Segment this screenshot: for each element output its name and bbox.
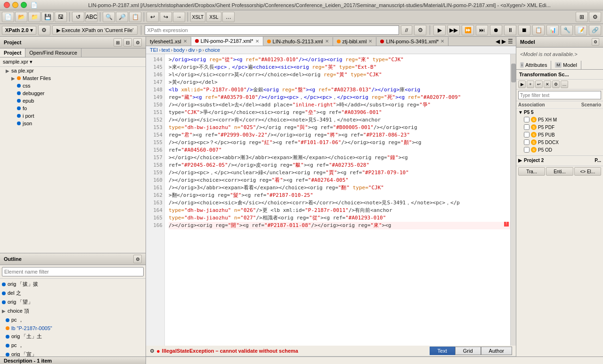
bc-div[interactable]: div xyxy=(188,47,195,53)
model-settings-btn[interactable]: ⚙ xyxy=(592,38,599,46)
vertical-scrollbar[interactable] xyxy=(510,54,516,346)
tab-lin-pomo-p2187[interactable]: LIN-pomo-P-2187.xml* ✕ xyxy=(191,37,263,46)
more-button[interactable]: … xyxy=(222,12,235,22)
transform-settings-btn[interactable]: ⚙ xyxy=(552,81,560,88)
project-collapse-btn[interactable]: ⊟ xyxy=(123,38,132,47)
run-button[interactable]: ▶ xyxy=(433,25,446,35)
assoc-item-p5-docx[interactable]: S P5 DOCX xyxy=(516,138,603,146)
expand-icon[interactable]: ▼ xyxy=(518,110,524,115)
outline-item-choice-ding[interactable]: ▶ choice 頂 xyxy=(0,307,146,315)
outline-item-orig-ba[interactable]: orig 「拔」拔 xyxy=(0,280,146,289)
view-tab-text[interactable]: Text xyxy=(430,347,455,355)
xpath-execute-button[interactable]: ▶ Execute XPath on 'Current File' xyxy=(52,25,138,35)
undo-button[interactable]: ↩ xyxy=(147,12,159,22)
tree-item-sa-ple[interactable]: ▶ sa ple.xpr xyxy=(4,67,146,74)
checkbox-p5-pdf[interactable] xyxy=(524,124,530,130)
run10-button[interactable]: 🔧 xyxy=(561,25,573,35)
tree-item-debugger[interactable]: debugger xyxy=(9,89,146,97)
tree-item-fo[interactable]: fo xyxy=(9,105,146,112)
transform-play-btn[interactable]: ▶ xyxy=(518,81,526,88)
sample-xpr-label[interactable]: sample.xpr ▾ xyxy=(3,59,33,65)
tab-attributes[interactable]: i Attributes xyxy=(516,61,551,69)
tab-menu-btn[interactable]: ☰ xyxy=(507,37,514,46)
assoc-item-p5-pdf[interactable]: S P5 PDF xyxy=(516,123,603,131)
tree-item-epub[interactable]: epub xyxy=(9,97,146,105)
xpath-settings-button[interactable]: ⚙ xyxy=(414,25,426,35)
save-button[interactable]: 💾 xyxy=(41,12,54,22)
window-controls[interactable] xyxy=(4,2,27,8)
xpath-version-selector[interactable]: XPath 2.0 ▾ xyxy=(2,26,36,35)
tab-close-ztj[interactable]: ✕ xyxy=(368,39,372,44)
maximize-button[interactable] xyxy=(21,2,27,8)
tra-tab[interactable]: Tra... xyxy=(518,167,545,176)
tab-project[interactable]: Project xyxy=(0,49,25,57)
checkbox-p5-docx[interactable] xyxy=(524,139,530,145)
forward-button[interactable]: → xyxy=(173,12,185,22)
project-settings-btn[interactable]: ⚙ xyxy=(133,38,142,47)
redo-button[interactable]: ↪ xyxy=(160,12,172,22)
xpath-input[interactable] xyxy=(145,25,399,35)
xslt1-button[interactable]: XSLT xyxy=(190,12,205,22)
xslt2-button[interactable]: XSL xyxy=(206,12,221,22)
tab-prev-btn[interactable]: ◀ xyxy=(495,37,501,46)
bc-tei[interactable]: TEI xyxy=(150,47,158,53)
tab-next-btn[interactable]: ▶ xyxy=(501,37,507,46)
assoc-item-p5-xh[interactable]: S P5 XH M xyxy=(516,116,603,123)
open-button[interactable]: 📂 xyxy=(15,12,27,22)
outline-item-pc-comma2[interactable]: pc ， xyxy=(4,341,146,350)
xpath-run-button[interactable]: // xyxy=(401,25,412,35)
tab-ztj-bibl[interactable]: ztj-bibl.xml ✕ xyxy=(333,37,377,46)
assoc-item-p5-pub[interactable]: S P5 PUB xyxy=(516,131,603,138)
outline-item-pc-comma1[interactable]: pc ， xyxy=(4,315,146,324)
outline-search-input[interactable] xyxy=(2,267,144,276)
outline-item-orig-tu[interactable]: orig 「土」土 xyxy=(4,332,146,341)
bc-p[interactable]: p xyxy=(198,47,201,53)
view-tab-author[interactable]: Author xyxy=(481,347,512,355)
tab-lin-zhufo[interactable]: LIN-zhufo-S-2113.xml ✕ xyxy=(263,37,333,46)
outline-settings-btn[interactable]: ⚙ xyxy=(133,255,142,263)
project-expand-btn[interactable]: ⊞ xyxy=(114,38,122,47)
bc-text[interactable]: text xyxy=(162,47,170,53)
tree-item-json[interactable]: json xyxy=(9,120,146,127)
xpath-options-button[interactable]: ⚙ xyxy=(38,25,50,35)
outline-item-orig-wang[interactable]: orig 「望」 xyxy=(0,298,146,307)
close-button[interactable] xyxy=(4,2,10,8)
tree-item-css[interactable]: css xyxy=(9,82,146,89)
code-editor[interactable]: >/orig><orig reg="從"><g ref="#A01293-010… xyxy=(165,54,516,346)
template-button[interactable]: 📋 xyxy=(129,12,141,22)
tree-item-i-port[interactable]: i port xyxy=(9,112,146,120)
bc-choice[interactable]: choice xyxy=(205,47,220,53)
search-next-button[interactable]: 🔎 xyxy=(116,12,128,22)
refresh-button[interactable]: ↺ xyxy=(72,12,84,22)
assoc-item-p5-od[interactable]: S P5 OD xyxy=(516,146,603,154)
transform-more-btn[interactable]: … xyxy=(561,81,568,88)
checkbox-p5-xh[interactable] xyxy=(524,117,530,122)
outline-item-del-zhi[interactable]: del 之 xyxy=(0,289,146,298)
checkbox-p5-od[interactable] xyxy=(524,147,530,153)
save-all-button[interactable]: 🖫 xyxy=(55,12,67,22)
bc-body[interactable]: body xyxy=(173,47,185,53)
transform-back-btn[interactable]: ↩ xyxy=(535,81,543,88)
run5-button[interactable]: ⏺ xyxy=(490,25,502,35)
project-expand-btn[interactable]: ▶ Project 2 P... xyxy=(516,157,603,164)
run8-button[interactable]: 📋 xyxy=(532,25,545,35)
checkbox-p5-pub[interactable] xyxy=(524,132,530,138)
run3-button[interactable]: ⏩ xyxy=(462,25,474,35)
tab-close-tylesheet[interactable]: ✕ xyxy=(183,39,187,44)
layout-button[interactable]: ⊞ xyxy=(576,12,588,22)
run7-button[interactable]: ⏹ xyxy=(518,25,530,35)
search-button[interactable]: 🔍 xyxy=(103,12,115,22)
tree-item-master-files[interactable]: ▶ Master Files xyxy=(9,74,146,82)
view-tab-grid[interactable]: Grid xyxy=(455,347,481,355)
transform-remove-btn[interactable]: ✕ xyxy=(544,81,551,88)
minimize-button[interactable] xyxy=(12,2,18,8)
el-tab[interactable]: <> El... xyxy=(574,167,601,176)
run2-button[interactable]: ▶▶ xyxy=(448,25,460,35)
tab-lin-pomo-s3491[interactable]: LIN-pomo-S-3491.xml* ✕ xyxy=(376,37,448,46)
run9-button[interactable]: 📊 xyxy=(546,25,559,35)
run6-button[interactable]: ⏸ xyxy=(504,25,516,35)
transform-add-btn[interactable]: + xyxy=(527,81,534,88)
tab-close-zhufo[interactable]: ✕ xyxy=(325,39,329,44)
transform-filter-input[interactable] xyxy=(518,91,601,99)
new-button[interactable]: 📄 xyxy=(2,12,14,22)
